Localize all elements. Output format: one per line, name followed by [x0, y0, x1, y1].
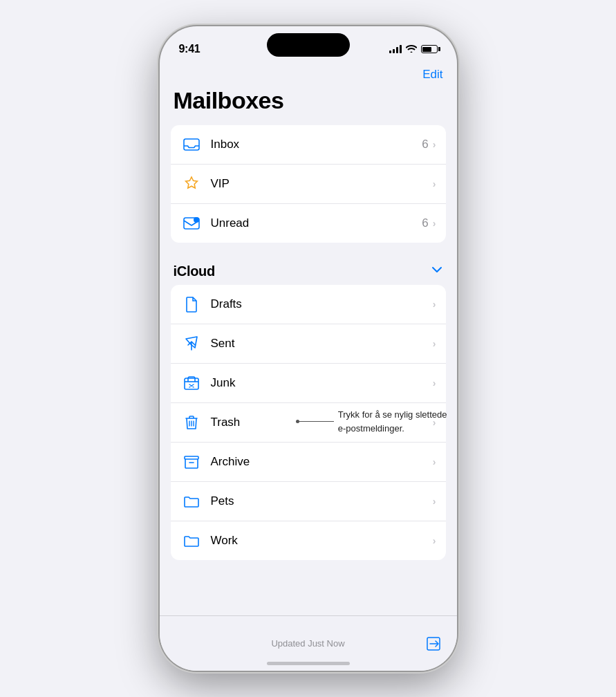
trash-annotation: Trykk for å se nylig slettede e-postmeld…: [296, 408, 447, 435]
smart-mailboxes-section: Inbox 6 › VIP ›: [171, 125, 446, 243]
icloud-label: iCloud: [174, 263, 215, 279]
inbox-chevron: ›: [433, 139, 436, 150]
updated-text: Updated Just Now: [263, 638, 353, 649]
mailbox-unread[interactable]: Unread 6 ›: [171, 204, 446, 243]
drafts-chevron: ›: [433, 299, 436, 310]
page-title: Mailboxes: [160, 84, 457, 125]
annotation-line: [299, 421, 334, 422]
junk-chevron: ›: [433, 378, 436, 389]
mailbox-inbox[interactable]: Inbox 6 ›: [171, 125, 446, 165]
status-icons: [389, 44, 438, 55]
unread-badge: 6: [422, 216, 428, 230]
pets-label: Pets: [211, 494, 429, 508]
archive-chevron: ›: [433, 456, 436, 467]
trash-icon: [180, 411, 203, 434]
archive-icon: [180, 451, 203, 473]
mailbox-drafts[interactable]: Drafts ›: [171, 285, 446, 324]
svg-rect-0: [184, 139, 199, 150]
pets-chevron: ›: [433, 496, 436, 507]
inbox-icon: [180, 133, 203, 156]
content-area: Edit Mailboxes Inbox 6 ›: [160, 62, 457, 671]
archive-label: Archive: [211, 455, 429, 469]
inbox-badge: 6: [422, 138, 428, 151]
inbox-label: Inbox: [211, 138, 422, 151]
drafts-label: Drafts: [211, 297, 429, 311]
unread-label: Unread: [211, 216, 422, 230]
mailbox-junk[interactable]: Junk ›: [171, 364, 446, 403]
icloud-section-header[interactable]: iCloud: [160, 257, 457, 285]
mailbox-sent[interactable]: Sent ›: [171, 324, 446, 364]
svg-rect-4: [185, 456, 198, 459]
drafts-icon: [180, 293, 203, 315]
battery-icon: [421, 45, 438, 53]
work-label: Work: [211, 534, 429, 548]
mailbox-archive[interactable]: Archive ›: [171, 443, 446, 482]
mailbox-vip[interactable]: VIP ›: [171, 165, 446, 204]
signal-bars-icon: [389, 45, 402, 53]
phone-frame: 9:41: [160, 26, 457, 671]
status-time: 9:41: [179, 43, 200, 55]
wifi-icon: [406, 44, 417, 55]
annotation-text: Trykk for å se nylig slettede e-postmeld…: [338, 408, 447, 435]
mailbox-work[interactable]: Work ›: [171, 521, 446, 560]
edit-button[interactable]: Edit: [422, 68, 442, 82]
work-chevron: ›: [433, 535, 436, 546]
sent-chevron: ›: [433, 338, 436, 349]
junk-icon: [180, 372, 203, 394]
icloud-collapse-icon: [431, 263, 443, 279]
unread-icon: [180, 212, 203, 234]
junk-label: Junk: [211, 376, 429, 390]
vip-chevron: ›: [433, 178, 436, 189]
unread-chevron: ›: [433, 218, 436, 229]
vip-icon: [180, 173, 203, 195]
compose-button[interactable]: [424, 634, 443, 653]
vip-label: VIP: [211, 177, 429, 191]
sent-icon: [180, 333, 203, 355]
home-indicator: [267, 662, 350, 665]
header: Edit: [160, 62, 457, 84]
work-folder-icon: [180, 530, 203, 552]
mailbox-pets[interactable]: Pets ›: [171, 482, 446, 521]
svg-point-2: [194, 217, 199, 223]
dynamic-island: [267, 33, 350, 57]
pets-folder-icon: [180, 490, 203, 512]
svg-rect-3: [185, 378, 198, 389]
sent-label: Sent: [211, 337, 429, 351]
